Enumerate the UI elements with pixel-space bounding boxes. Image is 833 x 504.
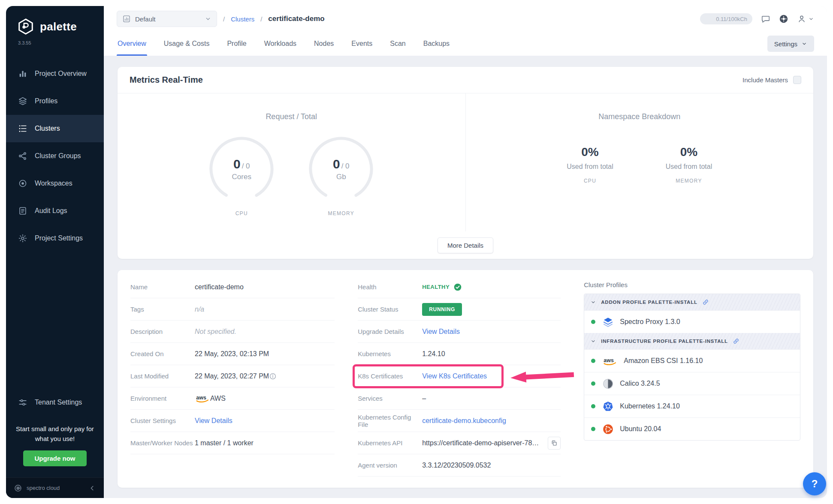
detail-label: Cluster Settings [130,417,195,424]
details-left-column: Namecertificate-demoTagsn/aDescriptionNo… [130,276,335,477]
copy-button[interactable] [548,437,561,450]
sidebar-item-profiles[interactable]: Profiles [6,87,104,115]
tab-events[interactable]: Events [350,32,373,56]
cluster-settings-button[interactable]: Settings [767,36,814,52]
tab-nodes[interactable]: Nodes [313,32,335,56]
detail-value: 1 master / 1 worker [195,439,254,447]
more-details-button[interactable]: More Details [438,237,493,253]
profile-pack-item[interactable]: Spectro Proxy 1.3.0 [584,310,800,333]
metrics-card: Metrics Real-Time Include Masters Reques… [118,67,813,259]
detail-value: https://certificate-demo-apiserver-78793… [422,439,542,447]
user-menu[interactable] [797,14,814,24]
sidebar-item-cluster-groups[interactable]: Cluster Groups [6,142,104,170]
stat-percent: 0% [581,145,598,159]
detail-label: Last Modified [130,372,195,380]
tab-profile[interactable]: Profile [226,32,247,56]
breadcrumb-clusters-link[interactable]: Clusters [231,15,254,23]
detail-link[interactable]: View K8s Certificates [422,372,487,380]
palette-logo-icon [17,18,34,35]
detail-label: Upgrade Details [358,328,422,335]
tabs-bar: OverviewUsage & CostsProfileWorkloadsNod… [104,32,827,56]
project-selector-value: Default [135,15,156,23]
clusters-icon [18,124,27,133]
health-status: HEALTHY [422,284,450,290]
detail-row-name: Namecertificate-demo [130,276,335,298]
sidebar-item-workspaces[interactable]: Workspaces [6,170,104,197]
detail-value: certificate-demo [195,283,244,291]
gauge-cpu: 0 / 0CoresCPU [208,135,275,216]
gauge-memory: 0 / 0GbMEMORY [307,135,375,216]
link-icon[interactable] [702,299,709,306]
tab-overview[interactable]: Overview [117,32,147,56]
namespace-stats: 0%Used from totalCPU0%Used from totalMEM… [567,145,712,184]
cluster-profiles-panel: Cluster Profiles ADDON PROFILE PALETTE-I… [584,276,800,477]
user-icon [797,14,806,24]
project-selector[interactable]: Default [117,11,217,27]
detail-row-description: DescriptionNot specified. [130,321,335,343]
sidebar-item-project-overview[interactable]: Project Overview [6,60,104,87]
profile-pack-item[interactable]: Ubuntu 20.04 [584,417,800,440]
workspaces-icon [18,179,27,188]
chart-box-icon [122,15,131,23]
detail-link[interactable]: certificate-demo.kubeconfig [422,417,506,425]
sidebar-item-clusters[interactable]: Clusters [6,115,104,142]
sidebar-nav: Project OverviewProfilesClustersCluster … [6,60,104,252]
logo-block: palette 3.3.55 [6,6,104,45]
profile-group-title: INFRASTRUCTURE PROFILE PALETTE-INSTALL [601,339,728,344]
sidebar-item-label: Cluster Groups [35,152,81,160]
namespace-stat-memory: 0%Used from totalMEMORY [666,145,712,184]
detail-link[interactable]: View Details [195,417,232,425]
breadcrumb-separator: / [260,15,262,23]
include-masters-label: Include Masters [742,76,788,84]
detail-link[interactable]: View Details [422,328,460,336]
detail-row-kubernetes-config-file: Kubernetes Config Filecertificate-demo.k… [358,410,561,432]
chevron-down-icon [590,299,596,305]
detail-value: 1.24.10 [422,350,445,358]
chevron-down-icon [808,16,814,22]
sidebar-item-label: Project Overview [35,70,87,78]
tab-usage-costs[interactable]: Usage & Costs [163,32,211,56]
link-icon[interactable] [733,338,739,345]
profile-group-header[interactable]: INFRASTRUCTURE PROFILE PALETTE-INSTALL [584,333,800,349]
detail-label: Kubernetes [358,350,422,357]
check-circle-icon [453,283,462,291]
detail-value: n/a [195,306,204,313]
detail-row-kubernetes: Kubernetes1.24.10 [358,343,561,365]
profile-pack-item[interactable]: awsAmazon EBS CSI 1.16.10 [584,349,800,372]
include-masters-checkbox[interactable] [793,76,801,84]
detail-row-health: HealthHEALTHY [358,276,561,298]
gauge-value: 0 [333,157,340,171]
info-icon [269,372,277,380]
profile-group-header[interactable]: ADDON PROFILE PALETTE-INSTALL [584,294,800,310]
settings-dark-icon[interactable] [779,14,788,24]
cluster-profiles-box: ADDON PROFILE PALETTE-INSTALLSpectro Pro… [584,294,800,441]
detail-label: Cluster Status [358,306,422,313]
spectro-proxy-icon [602,316,614,328]
sidebar-item-label: Workspaces [35,180,72,187]
profile-pack-item[interactable]: Calico 3.24.5 [584,372,800,395]
metrics-title: Metrics Real-Time [130,75,203,85]
detail-label: Services [358,395,422,402]
tab-scan[interactable]: Scan [389,32,406,56]
profile-pack-item[interactable]: Kubernetes 1.24.10 [584,395,800,417]
sidebar-item-project-settings[interactable]: Project Settings [6,225,104,252]
detail-label: Agent version [358,462,422,469]
app-window: palette 3.3.55 Project OverviewProfilesC… [6,6,827,498]
tab-backups[interactable]: Backups [423,32,450,56]
upgrade-button[interactable]: Upgrade now [23,450,86,466]
sidebar-item-audit-logs[interactable]: Audit Logs [6,197,104,225]
detail-label: Master/Worker Nodes [130,439,195,447]
stat-label: MEMORY [676,178,702,184]
topbar-right: 0.11/100kCh [700,13,814,24]
chevron-down-icon [590,338,596,344]
detail-value: 22 May, 2023, 02:27 PM [195,372,269,380]
detail-value: 3.3.12/20230509.0532 [422,462,491,469]
detail-row-master-worker-nodes: Master/Worker Nodes1 master / 1 worker [130,432,335,454]
collapse-sidebar-icon[interactable] [88,484,96,492]
tab-workloads[interactable]: Workloads [263,32,297,56]
help-button[interactable]: ? [803,472,826,495]
sidebar-item-tenant-settings[interactable]: Tenant Settings [6,390,104,415]
sliders-icon [18,398,27,407]
chat-icon[interactable] [761,14,770,24]
copy-icon [551,440,558,447]
